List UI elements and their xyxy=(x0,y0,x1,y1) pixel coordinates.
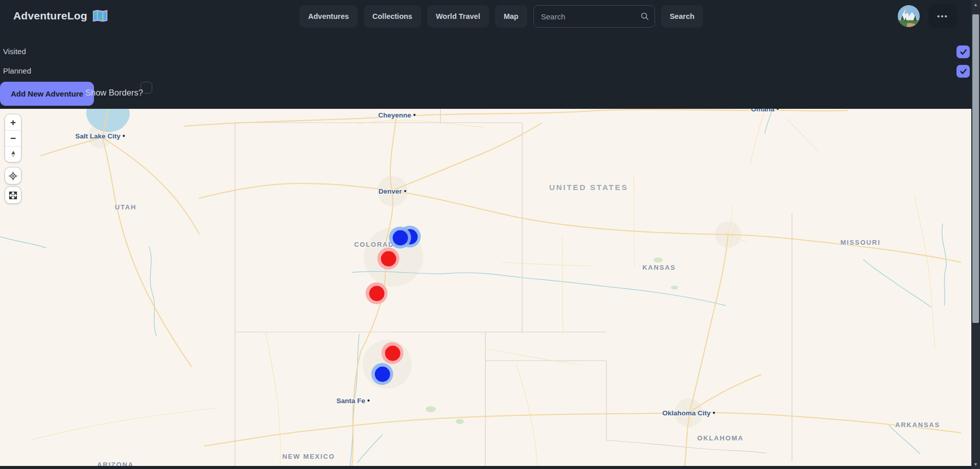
marker-core xyxy=(385,345,400,361)
checkmark-icon xyxy=(959,48,968,56)
navbar-right: ••• xyxy=(898,4,957,28)
map-basemap-decor xyxy=(0,109,971,466)
nav-links: AdventuresCollectionsWorld TravelMap Sea… xyxy=(299,5,703,28)
overflow-menu-button[interactable]: ••• xyxy=(928,4,957,28)
city-name: Cheyenne xyxy=(378,111,411,119)
city-dot: • xyxy=(713,409,715,417)
zoom-control-group: + − xyxy=(5,114,21,162)
map-city-label-oklahoma-city: Oklahoma City• xyxy=(662,409,715,417)
scrollbar-thumb[interactable] xyxy=(972,14,979,323)
marker-core xyxy=(381,251,396,266)
scroll-up-icon[interactable]: ▲ xyxy=(971,2,980,7)
world-map-emoji-icon xyxy=(92,9,108,22)
brand[interactable]: AdventureLog xyxy=(13,9,108,22)
marker-core xyxy=(369,286,384,301)
city-name: Salt Lake City xyxy=(75,132,121,140)
show-borders-label: Show Borders? xyxy=(85,88,143,98)
city-name: Denver xyxy=(379,187,402,195)
marker-core xyxy=(392,230,408,245)
search-wrap xyxy=(533,5,655,28)
search-input[interactable] xyxy=(533,5,655,28)
visited-label: Visited xyxy=(3,47,26,56)
map-marker-red[interactable] xyxy=(378,248,400,270)
add-new-adventure-button[interactable]: Add New Adventure xyxy=(0,82,94,106)
nav-link-world-travel[interactable]: World Travel xyxy=(427,5,489,28)
navbar: AdventureLog AdventuresCollectionsWorld … xyxy=(0,0,971,33)
locate-target-icon xyxy=(8,171,18,181)
map-country-label-united-states: UNITED STATES xyxy=(549,183,628,192)
brand-title: AdventureLog xyxy=(13,10,87,22)
map-state-label-oklahoma: OKLAHOMA xyxy=(697,434,744,442)
city-dot: • xyxy=(776,109,779,113)
map-state-label-arizona: ARIZONA xyxy=(97,461,134,466)
ellipsis-icon: ••• xyxy=(937,12,948,20)
map-city-label-cheyenne: Cheyenne• xyxy=(378,111,415,119)
map-state-label-kansas: KANSAS xyxy=(642,264,676,271)
geolocate-button[interactable] xyxy=(5,168,21,184)
checkmark-icon xyxy=(959,67,968,76)
map-state-label-new-mexico: NEW MEXICO xyxy=(282,453,335,460)
planned-checkbox[interactable] xyxy=(956,65,970,78)
visited-checkbox[interactable] xyxy=(956,45,970,58)
map-state-label-arkansas: ARKANSAS xyxy=(895,421,940,429)
map-canvas[interactable]: Cheyenne•Omaha•Salt Lake City•Denver•San… xyxy=(0,109,971,466)
map-city-label-omaha: Omaha• xyxy=(751,109,779,113)
scroll-down-icon[interactable]: ▼ xyxy=(971,462,980,467)
city-name: Omaha xyxy=(751,109,775,113)
zoom-out-button[interactable]: − xyxy=(5,130,21,146)
city-dot: • xyxy=(367,396,370,405)
map-city-label-salt-lake-city: Salt Lake City• xyxy=(75,132,125,140)
nav-link-adventures[interactable]: Adventures xyxy=(299,5,358,28)
compass-button[interactable] xyxy=(5,146,21,162)
show-borders-checkbox[interactable] xyxy=(141,82,152,93)
zoom-in-button[interactable]: + xyxy=(5,114,21,130)
map-state-label-utah: UTAH xyxy=(115,203,136,211)
nav-link-group: AdventuresCollectionsWorld TravelMap xyxy=(299,5,527,28)
map-marker-blue[interactable] xyxy=(389,227,411,249)
map-city-label-santa-fe: Santa Fe• xyxy=(336,396,369,405)
city-dot: • xyxy=(413,111,416,119)
marker-core xyxy=(375,366,390,382)
search-button[interactable]: Search xyxy=(661,5,703,28)
map-marker-blue[interactable] xyxy=(371,363,393,385)
compass-needle-icon xyxy=(9,150,18,159)
map-state-label-missouri: MISSOURI xyxy=(841,239,881,246)
city-name: Santa Fe xyxy=(336,397,365,405)
map-marker-red[interactable] xyxy=(382,342,404,364)
fullscreen-button[interactable] xyxy=(5,187,21,203)
planned-label: Planned xyxy=(3,66,31,75)
map-marker-red[interactable] xyxy=(366,283,388,304)
expand-arrows-icon xyxy=(8,191,18,200)
nav-link-map[interactable]: Map xyxy=(495,5,527,28)
nav-link-collections[interactable]: Collections xyxy=(364,5,421,28)
search-icon xyxy=(640,12,649,21)
city-dot: • xyxy=(404,187,406,195)
city-name: Oklahoma City xyxy=(662,409,711,417)
city-dot: • xyxy=(123,132,125,140)
map-city-label-denver: Denver• xyxy=(379,187,407,195)
page-scrollbar[interactable]: ▲ ▼ xyxy=(971,0,980,469)
user-avatar[interactable] xyxy=(898,5,920,27)
mountain-landscape-avatar-icon xyxy=(898,5,920,27)
